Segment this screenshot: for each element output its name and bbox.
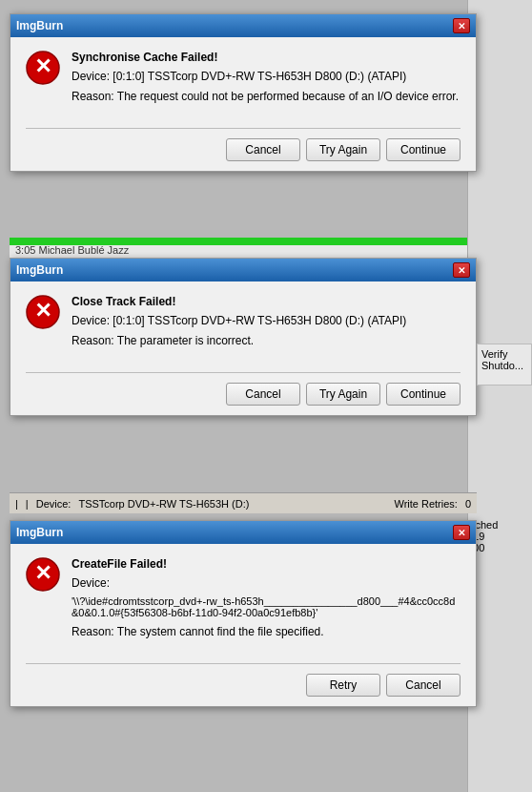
dialog3-buttons: Retry Cancel <box>26 674 460 697</box>
svg-text:✕: ✕ <box>34 561 51 585</box>
dialog1-close-button[interactable]: ✕ <box>453 18 470 33</box>
error-icon-1: ✕ <box>26 51 60 85</box>
dialog1-continue-button[interactable]: Continue <box>386 138 460 161</box>
shutdown-label: Shutdo... <box>481 360 527 371</box>
dialog2-close-button[interactable]: ✕ <box>453 262 470 278</box>
dialog3-close-button[interactable]: ✕ <box>453 525 470 540</box>
dialog2-error-title: Close Track Failed! <box>72 295 460 308</box>
dialog2-titlebar: ImgBurn ✕ <box>10 259 476 281</box>
dialog2-try-again-button[interactable]: Try Again <box>306 383 380 406</box>
bg-t19: :19 <box>470 531 530 542</box>
dialog2-device: Device: [0:1:0] TSSTcorp DVD+-RW TS-H653… <box>72 314 460 327</box>
dialog3-text: CreateFile Failed! Device: '\\?\ide#cdro… <box>72 557 460 640</box>
dialog3-reason: Reason: The system cannot find the file … <box>72 624 460 640</box>
svg-text:✕: ✕ <box>34 54 51 78</box>
svg-text:✕: ✕ <box>34 299 51 323</box>
status-bar: | | Device: TSSTcorp DVD+-RW TS-H653H (D… <box>10 492 477 513</box>
status-write-retries-label: Write Retries: <box>394 498 457 510</box>
dialog1-device: Device: [0:1:0] TSSTcorp DVD+-RW TS-H653… <box>72 70 460 83</box>
dialog2-reason: Reason: The parameter is incorrect. <box>72 333 460 349</box>
dialog3-cancel-button[interactable]: Cancel <box>386 674 460 697</box>
dialog1-buttons: Cancel Try Again Continue <box>26 138 460 161</box>
verify-label: Verify <box>481 348 527 360</box>
side-panel: Verify Shutdo... <box>477 344 532 386</box>
status-write-retries-value: 0 <box>465 498 471 510</box>
dialog-close-track: ImgBurn ✕ ✕ Close Track Failed! Device: … <box>10 258 477 416</box>
dialog3-device-label: Device: <box>72 576 460 590</box>
dialog1-error-title: Synchronise Cache Failed! <box>72 51 460 64</box>
dialog2-continue-button[interactable]: Continue <box>386 383 460 406</box>
media-info: 3:05 Michael Bublé Jazz <box>15 244 129 256</box>
status-device-value: TSSTcorp DVD+-RW TS-H653H (D:) <box>78 498 249 510</box>
dialog1-titlebar: ImgBurn ✕ <box>10 14 476 37</box>
dialog1-text: Synchronise Cache Failed! Device: [0:1:0… <box>72 51 460 105</box>
error-icon-2: ✕ <box>26 295 60 329</box>
bg-sched: sched <box>470 519 530 531</box>
dialog1-reason: Reason: The request could not be perform… <box>72 89 460 105</box>
dialog3-title: ImgBurn <box>16 526 63 539</box>
dialog2-text: Close Track Failed! Device: [0:1:0] TSST… <box>72 295 460 349</box>
dialog-createfile: ImgBurn ✕ ✕ CreateFile Failed! Device: '… <box>10 520 477 707</box>
dialog1-title: ImgBurn <box>16 19 63 32</box>
dialog1-cancel-button[interactable]: Cancel <box>226 138 300 161</box>
dialog2-cancel-button[interactable]: Cancel <box>226 383 300 406</box>
status-pipe1: | <box>15 498 18 510</box>
bg-t00: :00 <box>470 542 530 553</box>
error-icon-3: ✕ <box>26 557 60 592</box>
progress-bar <box>10 238 467 245</box>
status-device-label: Device: <box>36 498 72 510</box>
dialog1-try-again-button[interactable]: Try Again <box>306 138 380 161</box>
bg-info-strip: sched :19 :00 <box>467 515 532 592</box>
dialog2-buttons: Cancel Try Again Continue <box>26 383 460 406</box>
dialog3-retry-button[interactable]: Retry <box>306 674 380 697</box>
dialog-synchronise-cache: ImgBurn ✕ ✕ Synchronise Cache Failed! De… <box>10 13 477 172</box>
dialog2-title: ImgBurn <box>16 263 63 277</box>
dialog3-error-title: CreateFile Failed! <box>72 557 460 571</box>
dialog3-device-value: '\\?\ide#cdromtsstcorp_dvd+-rw_ts-h653h_… <box>72 595 460 618</box>
dialog3-titlebar: ImgBurn ✕ <box>10 521 476 544</box>
status-pipe2: | <box>26 498 29 510</box>
